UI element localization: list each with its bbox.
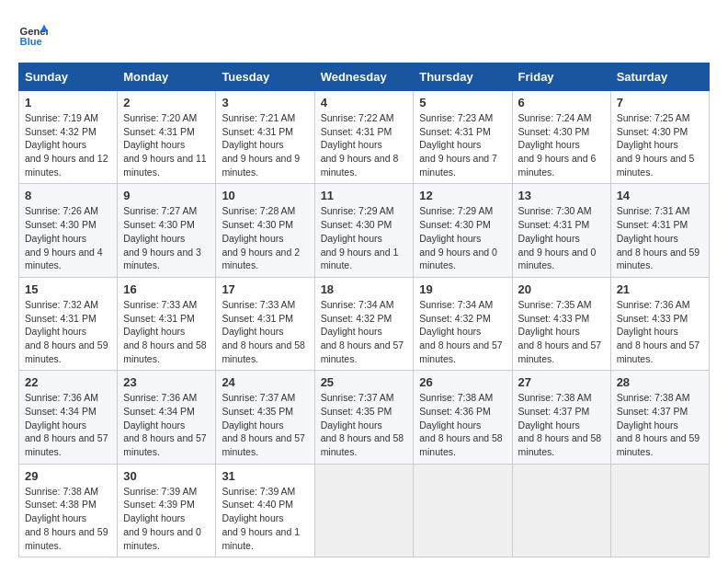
- calendar-cell: 29Sunrise: 7:38 AMSunset: 4:38 PMDayligh…: [19, 464, 118, 557]
- day-info: Sunrise: 7:38 AMSunset: 4:37 PMDaylight …: [617, 391, 703, 458]
- day-info: Sunrise: 7:23 AMSunset: 4:31 PMDaylight …: [419, 111, 506, 178]
- day-number: 9: [123, 189, 210, 202]
- calendar-cell: 15Sunrise: 7:32 AMSunset: 4:31 PMDayligh…: [19, 277, 118, 370]
- day-info: Sunrise: 7:30 AMSunset: 4:31 PMDaylight …: [518, 204, 605, 271]
- weekday-header-wednesday: Wednesday: [314, 63, 414, 91]
- calendar-cell: 3Sunrise: 7:21 AMSunset: 4:31 PMDaylight…: [216, 91, 314, 184]
- day-number: 22: [25, 375, 111, 389]
- day-info: Sunrise: 7:29 AMSunset: 4:30 PMDaylight …: [419, 204, 506, 271]
- day-info: Sunrise: 7:36 AMSunset: 4:33 PMDaylight …: [617, 298, 703, 365]
- day-number: 5: [419, 96, 506, 109]
- calendar-cell: 31Sunrise: 7:39 AMSunset: 4:40 PMDayligh…: [216, 464, 314, 557]
- calendar-cell: 22Sunrise: 7:36 AMSunset: 4:34 PMDayligh…: [19, 371, 118, 464]
- weekday-header-tuesday: Tuesday: [216, 63, 314, 91]
- day-info: Sunrise: 7:22 AMSunset: 4:31 PMDaylight …: [321, 111, 408, 178]
- day-number: 21: [617, 282, 703, 296]
- day-number: 1: [25, 96, 111, 109]
- day-info: Sunrise: 7:37 AMSunset: 4:35 PMDaylight …: [321, 391, 408, 458]
- calendar-cell: 26Sunrise: 7:38 AMSunset: 4:36 PMDayligh…: [414, 371, 512, 464]
- day-number: 27: [518, 375, 605, 389]
- day-info: Sunrise: 7:35 AMSunset: 4:33 PMDaylight …: [518, 298, 605, 365]
- day-info: Sunrise: 7:34 AMSunset: 4:32 PMDaylight …: [419, 298, 506, 365]
- day-number: 2: [123, 96, 210, 109]
- calendar-cell: 25Sunrise: 7:37 AMSunset: 4:35 PMDayligh…: [314, 371, 414, 464]
- calendar-cell: 16Sunrise: 7:33 AMSunset: 4:31 PMDayligh…: [118, 277, 216, 370]
- day-number: 20: [518, 282, 605, 296]
- day-number: 10: [222, 189, 308, 202]
- day-number: 25: [321, 375, 408, 389]
- calendar-cell: 18Sunrise: 7:34 AMSunset: 4:32 PMDayligh…: [314, 277, 414, 370]
- day-number: 12: [419, 189, 506, 202]
- day-info: Sunrise: 7:31 AMSunset: 4:31 PMDaylight …: [617, 204, 703, 271]
- calendar-cell: 14Sunrise: 7:31 AMSunset: 4:31 PMDayligh…: [610, 184, 709, 277]
- weekday-header-row: SundayMondayTuesdayWednesdayThursdayFrid…: [19, 63, 710, 91]
- day-number: 7: [617, 96, 703, 109]
- logo: General Blue: [18, 18, 48, 48]
- day-info: Sunrise: 7:21 AMSunset: 4:31 PMDaylight …: [222, 111, 308, 178]
- week-row-2: 8Sunrise: 7:26 AMSunset: 4:30 PMDaylight…: [19, 184, 710, 277]
- day-number: 3: [222, 96, 308, 109]
- day-info: Sunrise: 7:29 AMSunset: 4:30 PMDaylight …: [321, 204, 408, 271]
- day-info: Sunrise: 7:20 AMSunset: 4:31 PMDaylight …: [123, 111, 210, 178]
- page-header: General Blue: [18, 18, 710, 48]
- logo-icon: General Blue: [18, 18, 48, 48]
- day-number: 29: [25, 469, 111, 483]
- calendar-cell: 8Sunrise: 7:26 AMSunset: 4:30 PMDaylight…: [19, 184, 118, 277]
- weekday-header-saturday: Saturday: [610, 63, 709, 91]
- day-number: 31: [222, 469, 308, 483]
- day-info: Sunrise: 7:19 AMSunset: 4:32 PMDaylight …: [25, 111, 111, 178]
- day-number: 6: [518, 96, 605, 109]
- calendar-cell: 2Sunrise: 7:20 AMSunset: 4:31 PMDaylight…: [118, 91, 216, 184]
- day-info: Sunrise: 7:28 AMSunset: 4:30 PMDaylight …: [222, 204, 308, 271]
- calendar-cell: 21Sunrise: 7:36 AMSunset: 4:33 PMDayligh…: [610, 277, 709, 370]
- calendar-cell: 9Sunrise: 7:27 AMSunset: 4:30 PMDaylight…: [118, 184, 216, 277]
- calendar-cell: 10Sunrise: 7:28 AMSunset: 4:30 PMDayligh…: [216, 184, 314, 277]
- calendar-cell: 12Sunrise: 7:29 AMSunset: 4:30 PMDayligh…: [414, 184, 512, 277]
- day-number: 14: [617, 189, 703, 202]
- day-number: 23: [123, 375, 210, 389]
- calendar-cell: 7Sunrise: 7:25 AMSunset: 4:30 PMDaylight…: [610, 91, 709, 184]
- calendar-cell: 20Sunrise: 7:35 AMSunset: 4:33 PMDayligh…: [512, 277, 610, 370]
- weekday-header-thursday: Thursday: [414, 63, 512, 91]
- day-number: 4: [321, 96, 408, 109]
- calendar-table: SundayMondayTuesdayWednesdayThursdayFrid…: [18, 63, 710, 557]
- calendar-cell: 6Sunrise: 7:24 AMSunset: 4:30 PMDaylight…: [512, 91, 610, 184]
- calendar-cell: 4Sunrise: 7:22 AMSunset: 4:31 PMDaylight…: [314, 91, 414, 184]
- day-number: 17: [222, 282, 308, 296]
- calendar-cell: 5Sunrise: 7:23 AMSunset: 4:31 PMDaylight…: [414, 91, 512, 184]
- day-info: Sunrise: 7:39 AMSunset: 4:40 PMDaylight …: [222, 485, 308, 552]
- calendar-cell: 11Sunrise: 7:29 AMSunset: 4:30 PMDayligh…: [314, 184, 414, 277]
- day-info: Sunrise: 7:38 AMSunset: 4:37 PMDaylight …: [518, 391, 605, 458]
- day-number: 26: [419, 375, 506, 389]
- week-row-5: 29Sunrise: 7:38 AMSunset: 4:38 PMDayligh…: [19, 464, 710, 557]
- day-number: 24: [222, 375, 308, 389]
- week-row-3: 15Sunrise: 7:32 AMSunset: 4:31 PMDayligh…: [19, 277, 710, 370]
- day-number: 18: [321, 282, 408, 296]
- calendar-cell: [414, 464, 512, 557]
- calendar-cell: 19Sunrise: 7:34 AMSunset: 4:32 PMDayligh…: [414, 277, 512, 370]
- calendar-cell: [610, 464, 709, 557]
- svg-text:Blue: Blue: [20, 36, 42, 47]
- day-info: Sunrise: 7:37 AMSunset: 4:35 PMDaylight …: [222, 391, 308, 458]
- day-info: Sunrise: 7:33 AMSunset: 4:31 PMDaylight …: [123, 298, 210, 365]
- weekday-header-friday: Friday: [512, 63, 610, 91]
- day-info: Sunrise: 7:38 AMSunset: 4:36 PMDaylight …: [419, 391, 506, 458]
- day-number: 28: [617, 375, 703, 389]
- day-info: Sunrise: 7:36 AMSunset: 4:34 PMDaylight …: [25, 391, 111, 458]
- day-info: Sunrise: 7:39 AMSunset: 4:39 PMDaylight …: [123, 485, 210, 552]
- day-number: 15: [25, 282, 111, 296]
- day-number: 13: [518, 189, 605, 202]
- week-row-1: 1Sunrise: 7:19 AMSunset: 4:32 PMDaylight…: [19, 91, 710, 184]
- calendar-cell: 27Sunrise: 7:38 AMSunset: 4:37 PMDayligh…: [512, 371, 610, 464]
- day-info: Sunrise: 7:27 AMSunset: 4:30 PMDaylight …: [123, 204, 210, 271]
- calendar-cell: 17Sunrise: 7:33 AMSunset: 4:31 PMDayligh…: [216, 277, 314, 370]
- day-number: 11: [321, 189, 408, 202]
- week-row-4: 22Sunrise: 7:36 AMSunset: 4:34 PMDayligh…: [19, 371, 710, 464]
- calendar-cell: [512, 464, 610, 557]
- calendar-cell: 23Sunrise: 7:36 AMSunset: 4:34 PMDayligh…: [118, 371, 216, 464]
- weekday-header-monday: Monday: [118, 63, 216, 91]
- day-info: Sunrise: 7:25 AMSunset: 4:30 PMDaylight …: [617, 111, 703, 178]
- day-number: 19: [419, 282, 506, 296]
- day-info: Sunrise: 7:24 AMSunset: 4:30 PMDaylight …: [518, 111, 605, 178]
- day-number: 30: [123, 469, 210, 483]
